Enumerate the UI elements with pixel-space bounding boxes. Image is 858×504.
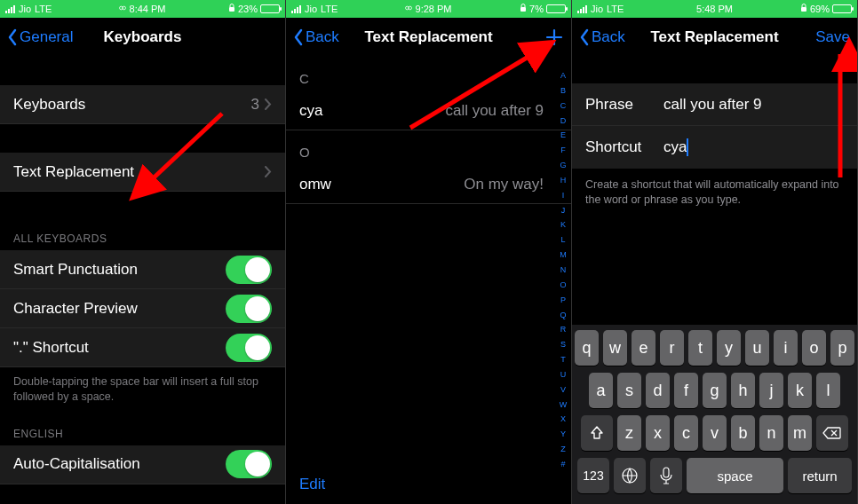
row-keyboards[interactable]: Keyboards 3 [0, 85, 285, 124]
back-button[interactable]: General [7, 28, 73, 46]
backspace-key[interactable] [816, 415, 848, 451]
row-shortcut[interactable]: Shortcut cya [572, 126, 857, 169]
dictation-key[interactable] [650, 458, 682, 493]
toggle-smart-punctuation[interactable] [226, 256, 272, 284]
text-caret [687, 138, 688, 156]
index-letter[interactable]: M [557, 250, 569, 259]
shortcut-input[interactable]: cya [663, 138, 844, 157]
key-i[interactable]: i [774, 330, 798, 366]
shift-icon [589, 425, 605, 441]
status-time: 8:44 PM [130, 4, 166, 14]
index-strip[interactable]: ABCDEFGHIJKLMNOPQRSTUVWXYZ# [557, 71, 569, 469]
edit-button[interactable]: Edit [299, 476, 325, 493]
index-letter[interactable]: A [557, 71, 569, 80]
key-x[interactable]: x [646, 415, 670, 451]
index-letter[interactable]: N [557, 265, 569, 274]
row-label: "." Shortcut [13, 339, 226, 357]
row-text-replacement[interactable]: Text Replacement [0, 153, 285, 192]
index-letter[interactable]: K [557, 220, 569, 229]
key-k[interactable]: k [788, 373, 812, 408]
index-letter[interactable]: X [557, 414, 569, 423]
back-button[interactable]: Back [293, 28, 339, 46]
key-e[interactable]: e [632, 330, 655, 366]
key-w[interactable]: w [603, 330, 627, 366]
index-letter[interactable]: O [557, 280, 569, 289]
row-auto-capitalisation[interactable]: Auto-Capitalisation [0, 445, 285, 484]
index-letter[interactable]: Z [557, 445, 569, 453]
toggle-auto-capitalisation[interactable] [226, 450, 272, 478]
key-a[interactable]: a [589, 373, 613, 408]
key-l[interactable]: l [816, 373, 840, 408]
key-t[interactable]: t [688, 330, 712, 366]
add-button[interactable] [544, 28, 564, 48]
key-z[interactable]: z [617, 415, 641, 451]
svg-point-1 [123, 6, 126, 10]
nav-bar: Back Text Replacement Save [572, 18, 857, 57]
key-u[interactable]: u [745, 330, 769, 366]
index-letter[interactable]: Q [557, 311, 569, 319]
back-label: Back [592, 28, 625, 46]
index-letter[interactable]: B [557, 86, 569, 95]
index-letter[interactable]: L [557, 235, 569, 244]
row-label: Smart Punctuation [13, 261, 226, 279]
space-key[interactable]: space [687, 458, 783, 493]
index-letter[interactable]: E [557, 130, 569, 139]
index-letter[interactable]: R [557, 325, 569, 334]
index-letter[interactable]: I [557, 191, 569, 200]
index-letter[interactable]: T [557, 355, 569, 364]
index-letter[interactable]: H [557, 176, 569, 185]
index-letter[interactable]: G [557, 161, 569, 169]
return-key[interactable]: return [788, 458, 852, 493]
index-letter[interactable]: P [557, 295, 569, 304]
index-letter[interactable]: W [557, 400, 569, 409]
hotspot-icon [119, 4, 126, 12]
globe-key[interactable] [614, 458, 646, 493]
key-y[interactable]: y [717, 330, 741, 366]
lock-icon [520, 4, 527, 14]
index-letter[interactable]: F [557, 146, 569, 154]
index-letter[interactable]: D [557, 116, 569, 125]
replacement-row[interactable]: cyacall you after 9 [286, 91, 571, 130]
phrase-input[interactable]: call you after 9 [663, 96, 844, 114]
key-q[interactable]: q [575, 330, 599, 366]
row-character-preview[interactable]: Character Preview [0, 289, 285, 328]
battery-icon [832, 4, 852, 13]
key-s[interactable]: s [617, 373, 641, 408]
row-phrase[interactable]: Phrase call you after 9 [572, 83, 857, 126]
key-b[interactable]: b [731, 415, 755, 451]
save-button[interactable]: Save [815, 28, 850, 46]
back-button[interactable]: Back [579, 28, 625, 46]
key-r[interactable]: r [660, 330, 684, 366]
key-f[interactable]: f [674, 373, 698, 408]
numbers-key[interactable]: 123 [577, 458, 609, 493]
chevron-right-icon [265, 166, 272, 177]
phrase-text: On my way! [464, 176, 558, 193]
toggle-dot-shortcut[interactable] [226, 334, 272, 362]
key-j[interactable]: j [759, 373, 783, 408]
index-letter[interactable]: J [557, 206, 569, 215]
index-letter[interactable]: S [557, 340, 569, 349]
replacement-row[interactable]: omwOn my way! [286, 165, 571, 204]
key-d[interactable]: d [646, 373, 670, 408]
index-letter[interactable]: U [557, 370, 569, 379]
phrase-label: Phrase [585, 96, 663, 114]
key-m[interactable]: m [788, 415, 812, 451]
row-dot-shortcut[interactable]: "." Shortcut [0, 328, 285, 367]
key-h[interactable]: h [731, 373, 755, 408]
row-smart-punctuation[interactable]: Smart Punctuation [0, 250, 285, 289]
toggle-character-preview[interactable] [226, 295, 272, 323]
index-letter[interactable]: C [557, 101, 569, 110]
svg-rect-10 [663, 468, 669, 477]
phrase-text: call you after 9 [445, 102, 558, 120]
chevron-right-icon [265, 98, 272, 110]
key-c[interactable]: c [674, 415, 698, 451]
key-n[interactable]: n [759, 415, 783, 451]
key-g[interactable]: g [703, 373, 727, 408]
shift-key[interactable] [581, 415, 613, 451]
key-v[interactable]: v [703, 415, 727, 451]
index-letter[interactable]: Y [557, 429, 569, 438]
index-letter[interactable]: V [557, 385, 569, 394]
index-letter[interactable]: # [557, 460, 569, 469]
key-p[interactable]: p [830, 330, 854, 366]
key-o[interactable]: o [802, 330, 826, 366]
